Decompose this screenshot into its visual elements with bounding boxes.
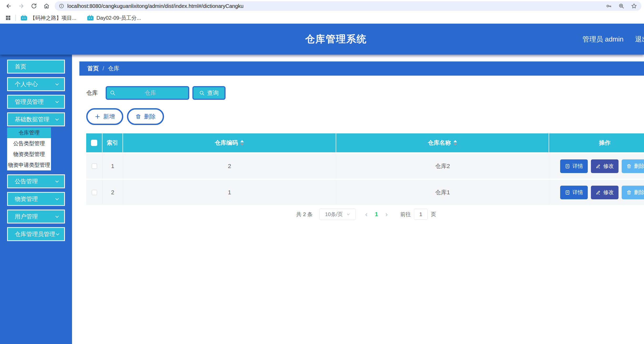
tv-favicon-icon [87, 15, 94, 21]
back-icon[interactable] [4, 2, 13, 11]
password-key-icon[interactable] [606, 3, 612, 9]
sidebar-item-label: 个人中心 [15, 80, 38, 88]
next-page-button[interactable]: › [384, 210, 389, 218]
submenu-item-material-apply-type-management[interactable]: 物资申请类型管理 [7, 160, 51, 170]
pagination: 共 2 条 10条/页 ‹ 1 › 前往 页 [86, 209, 644, 220]
edit-button[interactable]: 修改 [591, 159, 619, 173]
site-info-icon[interactable] [59, 3, 64, 9]
total-count-label: 共 2 条 [296, 211, 313, 218]
sort-desc-icon[interactable] [453, 143, 457, 146]
sort-asc-icon[interactable] [240, 140, 244, 142]
sidebar-item-user-management[interactable]: 用户管理 [7, 210, 65, 223]
url-bar[interactable]: localhost:8080/cangkuguanlixitong/admin/… [55, 1, 641, 11]
document-icon [565, 190, 570, 195]
cell-name: 仓库2 [336, 154, 549, 179]
delete-row-button[interactable]: 删除 [622, 186, 644, 199]
page-size-value: 10条/页 [325, 211, 343, 218]
column-header-code: 仓库编码 [123, 133, 336, 152]
sort-carets-icon[interactable] [453, 140, 457, 146]
sidebar-item-label: 首页 [15, 63, 26, 71]
sidebar-item-admin-management[interactable]: 管理员管理 [7, 95, 65, 109]
reload-icon[interactable] [29, 2, 38, 11]
column-header-name: 仓库名称 [336, 133, 549, 152]
apps-grid-icon[interactable] [5, 15, 11, 21]
cell-index: 2 [103, 180, 123, 205]
cell-code: 2 [123, 154, 336, 179]
page-unit-label: 页 [431, 211, 436, 218]
breadcrumb-home[interactable]: 首页 [87, 65, 99, 72]
page-size-select[interactable]: 10条/页 [319, 209, 356, 220]
search-input[interactable] [116, 90, 185, 96]
logout-button[interactable]: 退出 [635, 35, 644, 44]
detail-button[interactable]: 详情 [560, 186, 588, 199]
trash-icon [135, 114, 141, 119]
column-header-actions: 操作 [549, 133, 644, 152]
table-header-row: 索引 仓库编码 仓库名称 操作 [86, 133, 644, 152]
chevron-down-icon [55, 179, 59, 184]
submenu-item-warehouse-management[interactable]: 仓库管理 [7, 127, 51, 138]
row-checkbox[interactable] [92, 164, 97, 169]
current-user-label: 管理员 admin [582, 35, 623, 44]
detail-button-label: 详情 [573, 163, 583, 170]
forward-icon[interactable] [17, 2, 26, 11]
goto-label: 前往 [400, 211, 411, 218]
submenu-item-notice-type-management[interactable]: 公告类型管理 [7, 138, 51, 149]
cell-name: 仓库1 [336, 180, 549, 205]
search-icon [199, 90, 205, 96]
delete-row-button-label: 删除 [634, 163, 644, 170]
url-text: localhost:8080/cangkuguanlixitong/admin/… [67, 3, 602, 9]
search-icon [110, 90, 116, 96]
chevron-down-icon [55, 197, 59, 201]
select-all-checkbox[interactable] [91, 140, 97, 146]
row-checkbox[interactable] [92, 190, 97, 195]
sidebar-item-basic-data-management[interactable]: 基础数据管理 [7, 112, 65, 126]
bookmark-label: Day02-09-员工分... [96, 14, 141, 22]
detail-button[interactable]: 详情 [560, 159, 588, 173]
sort-carets-icon[interactable] [240, 140, 244, 146]
prev-page-button[interactable]: ‹ [364, 210, 369, 218]
sort-desc-icon[interactable] [240, 143, 244, 146]
bookmark-item[interactable]: Day02-09-员工分... [87, 14, 141, 22]
column-header-label: 仓库编码 [215, 139, 238, 147]
zoom-in-icon[interactable] [618, 3, 625, 9]
add-button[interactable]: 新增 [86, 108, 123, 125]
current-page-number[interactable]: 1 [375, 211, 378, 218]
edit-button[interactable]: 修改 [591, 186, 619, 199]
column-header-label: 仓库名称 [428, 139, 451, 147]
warehouse-table: 索引 仓库编码 仓库名称 操作 1 2 仓库2 [86, 133, 644, 205]
bookmark-item[interactable]: 【码神之路】项目... [21, 14, 76, 22]
sidebar-item-notice-management[interactable]: 公告管理 [7, 174, 65, 188]
edit-button-label: 修改 [603, 189, 614, 196]
sidebar-item-label: 公告管理 [15, 178, 38, 185]
sort-asc-icon[interactable] [453, 140, 457, 142]
bookmark-label: 【码神之路】项目... [30, 14, 76, 22]
sidebar-item-warehouse-admin-management[interactable]: 仓库管理员管理 [7, 227, 65, 241]
sidebar-item-home[interactable]: 首页 [7, 60, 65, 74]
breadcrumb-separator: / [103, 65, 104, 72]
delete-row-button-label: 删除 [634, 189, 644, 196]
bookmark-star-icon[interactable] [631, 3, 637, 9]
edit-button-label: 修改 [603, 163, 614, 170]
pencil-icon [596, 164, 601, 169]
chevron-down-icon [55, 117, 59, 122]
sidebar-item-label: 管理员管理 [15, 98, 44, 106]
chevron-down-icon [55, 82, 59, 87]
document-icon [565, 164, 570, 169]
cell-code: 1 [123, 180, 336, 205]
table-row: 1 2 仓库2 详情 修改 [86, 154, 644, 179]
home-icon[interactable] [42, 2, 51, 11]
page-title: 仓库管理系统 [305, 33, 367, 46]
browser-chrome: localhost:8080/cangkuguanlixitong/admin/… [0, 0, 644, 12]
delete-row-button[interactable]: 删除 [622, 159, 644, 173]
trash-icon [626, 190, 632, 195]
app-header: 仓库管理系统 管理员 admin 退出 [0, 24, 644, 55]
submenu-item-material-type-management[interactable]: 物资类型管理 [7, 149, 51, 160]
search-field-label: 仓库 [86, 89, 98, 97]
tv-favicon-icon [21, 15, 27, 21]
sidebar-item-material-management[interactable]: 物资管理 [7, 192, 65, 206]
batch-delete-button[interactable]: 删除 [127, 108, 164, 125]
query-button[interactable]: 查询 [192, 86, 226, 100]
sidebar-item-personal-center[interactable]: 个人中心 [7, 77, 65, 91]
goto-page-input[interactable] [414, 209, 428, 220]
bookmarks-bar: 【码神之路】项目... Day02-09-员工分... [0, 12, 644, 24]
